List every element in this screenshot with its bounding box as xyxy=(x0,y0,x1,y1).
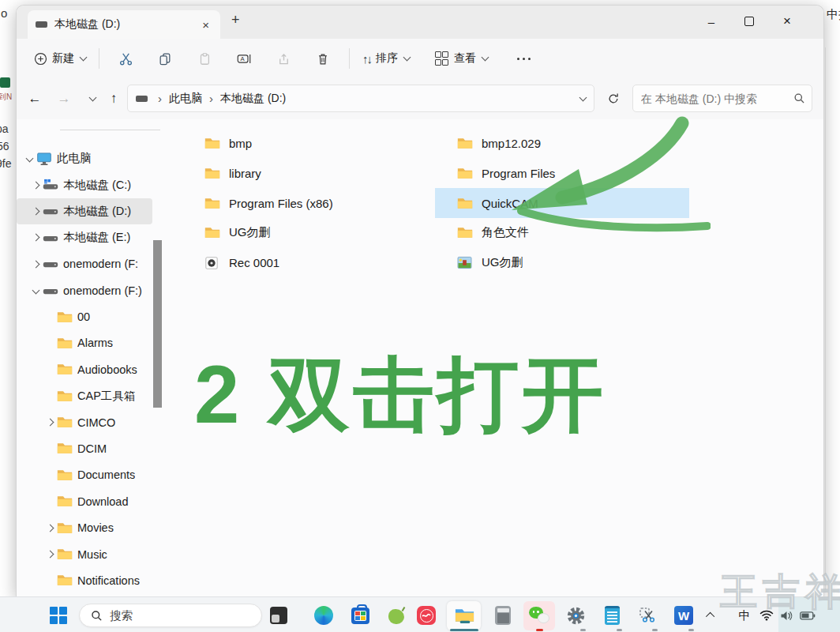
sidebar-item[interactable]: Movies xyxy=(17,514,152,540)
file-item[interactable]: UG勿删 xyxy=(435,248,689,278)
chevron-right-icon[interactable] xyxy=(43,551,57,557)
new-button[interactable]: 新建 xyxy=(28,47,92,70)
maximize-button[interactable] xyxy=(731,6,767,37)
search-input[interactable] xyxy=(639,92,793,106)
file-item[interactable]: library xyxy=(198,159,435,189)
more-options-button[interactable] xyxy=(510,45,537,72)
breadcrumb-current[interactable]: 本地磁盘 (D:) xyxy=(220,92,286,106)
chevron-down-icon[interactable] xyxy=(29,288,43,293)
sidebar-item[interactable]: onemodern (F: xyxy=(17,251,152,277)
folder-icon xyxy=(204,226,222,239)
chevron-right-icon[interactable] xyxy=(29,235,43,240)
notepad-running-indicator xyxy=(617,629,622,631)
paste-button[interactable] xyxy=(191,45,218,72)
breadcrumb-this-pc[interactable]: 此电脑 xyxy=(169,92,202,106)
sidebar-item[interactable]: Audiobooks xyxy=(17,356,152,382)
sort-button[interactable]: ↑↓ 排序 xyxy=(356,47,416,70)
red-music-app-icon[interactable] xyxy=(414,604,438,627)
chevron-right-icon[interactable] xyxy=(43,525,57,531)
chevron-right-icon[interactable] xyxy=(29,209,43,214)
dark-square-app-icon[interactable] xyxy=(267,604,291,627)
word-icon[interactable]: W xyxy=(672,604,696,627)
calculator-icon[interactable] xyxy=(491,604,515,627)
drive-win-icon xyxy=(43,179,63,191)
command-toolbar: 新建 A ↑↓ 排序 查看 xyxy=(17,39,823,78)
chevron-down-icon xyxy=(88,94,96,102)
snipping-tool-icon[interactable] xyxy=(636,604,659,627)
sidebar-item[interactable]: CAP工具箱 xyxy=(17,383,152,409)
search-box[interactable] xyxy=(632,85,812,112)
chevron-right-icon[interactable] xyxy=(43,419,57,425)
sidebar-item[interactable]: 00 xyxy=(17,303,152,329)
settings-icon[interactable] xyxy=(564,604,587,627)
chevron-down-icon[interactable] xyxy=(23,156,36,161)
file-item[interactable]: QuickCAM xyxy=(435,188,689,218)
breadcrumb[interactable]: › 此电脑 › 本地磁盘 (D:) xyxy=(127,85,594,112)
file-item[interactable]: bmp xyxy=(198,129,435,159)
sidebar-item-label: 00 xyxy=(77,310,90,323)
sidebar-item[interactable]: onemodern (F:) xyxy=(17,277,152,303)
sidebar-item[interactable]: Documents xyxy=(17,462,152,488)
sidebar-item[interactable]: 此电脑 xyxy=(17,145,152,171)
sidebar-item[interactable]: Alarms xyxy=(17,330,152,356)
taskbar-search[interactable]: 搜索 xyxy=(79,604,262,627)
close-button[interactable]: × xyxy=(769,6,805,37)
address-dropdown-icon[interactable] xyxy=(579,93,587,101)
wifi-icon[interactable] xyxy=(756,604,777,627)
sidebar-item[interactable]: Download xyxy=(17,488,152,514)
folder-icon xyxy=(57,310,77,324)
refresh-icon xyxy=(607,92,620,105)
drive-icon xyxy=(36,21,47,28)
refresh-button[interactable] xyxy=(602,88,624,110)
back-button[interactable]: ← xyxy=(23,88,47,110)
share-button[interactable] xyxy=(270,45,297,72)
cut-button[interactable] xyxy=(112,45,139,72)
delete-button[interactable] xyxy=(309,45,336,72)
chevron-down-icon xyxy=(482,54,489,62)
start-button[interactable] xyxy=(47,604,70,627)
tray-chevron-up-icon[interactable] xyxy=(701,604,722,627)
file-explorer-icon[interactable] xyxy=(452,604,476,627)
nav-scrollbar[interactable] xyxy=(153,240,162,408)
explorer-tab[interactable]: 本地磁盘 (D:) × xyxy=(28,10,220,39)
file-item[interactable]: Rec 0001 xyxy=(198,248,435,278)
sidebar-item-label: 本地磁盘 (D:) xyxy=(63,204,131,219)
sidebar-item[interactable]: Music xyxy=(17,541,152,567)
sidebar-item[interactable]: 本地磁盘 (E:) xyxy=(17,224,152,250)
file-item-label: Program Files (x86) xyxy=(229,197,333,210)
sidebar-item[interactable]: 本地磁盘 (D:) xyxy=(17,198,152,224)
notepad-icon[interactable] xyxy=(600,604,624,627)
copy-button[interactable] xyxy=(152,45,178,72)
taskbar-search-label: 搜索 xyxy=(110,608,133,623)
up-button[interactable]: ↑ xyxy=(102,88,126,110)
minimize-button[interactable]: – xyxy=(693,6,729,37)
green-app-icon[interactable] xyxy=(384,604,408,627)
chevron-right-icon[interactable] xyxy=(29,182,43,188)
microsoft-store-icon[interactable] xyxy=(348,604,372,627)
background-fragment: 中挡 xyxy=(827,7,840,22)
toolbar-divider xyxy=(349,48,350,69)
file-item[interactable]: Program Files (x86) xyxy=(198,188,435,218)
file-item[interactable]: Program Files xyxy=(435,159,689,189)
file-item[interactable]: UG勿删 xyxy=(198,218,435,248)
drive-icon xyxy=(136,96,148,102)
folder-icon xyxy=(57,389,77,403)
recent-locations-button[interactable] xyxy=(80,88,103,110)
wechat-icon[interactable] xyxy=(527,604,551,627)
tab-close-icon[interactable]: × xyxy=(199,18,212,32)
file-item[interactable]: 角色文件 xyxy=(435,218,689,248)
view-button-label: 查看 xyxy=(454,51,476,66)
edge-icon[interactable] xyxy=(312,604,336,627)
file-item[interactable]: bmp12.029 xyxy=(435,129,689,159)
forward-button[interactable]: → xyxy=(52,88,76,110)
sidebar-item[interactable]: CIMCO xyxy=(17,409,152,435)
new-tab-button[interactable]: + xyxy=(231,12,240,28)
rename-button[interactable]: A xyxy=(231,45,257,72)
sidebar-item[interactable]: DCIM xyxy=(17,435,152,461)
sidebar-item[interactable]: Notifications xyxy=(17,567,152,593)
view-button[interactable]: 查看 xyxy=(429,47,494,70)
sidebar-item[interactable]: 本地磁盘 (C:) xyxy=(17,171,152,198)
chevron-right-icon[interactable] xyxy=(29,261,43,267)
ime-indicator[interactable]: 中 xyxy=(734,604,755,627)
folder-icon xyxy=(57,337,77,350)
